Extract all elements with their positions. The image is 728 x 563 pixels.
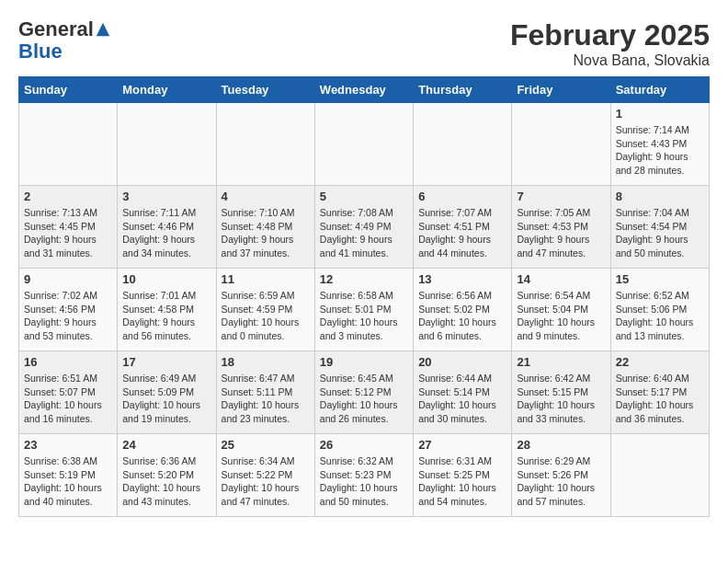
table-row: 2Sunrise: 7:13 AM Sunset: 4:45 PM Daylig… <box>19 186 118 269</box>
col-monday: Monday <box>118 77 216 103</box>
table-row: 28Sunrise: 6:29 AM Sunset: 5:26 PM Dayli… <box>512 434 610 517</box>
table-row: 23Sunrise: 6:38 AM Sunset: 5:19 PM Dayli… <box>19 434 118 517</box>
day-detail: Sunrise: 7:10 AM Sunset: 4:48 PM Dayligh… <box>222 206 310 260</box>
calendar-week-row: 1Sunrise: 7:14 AM Sunset: 4:43 PM Daylig… <box>19 103 710 186</box>
table-row: 16Sunrise: 6:51 AM Sunset: 5:07 PM Dayli… <box>19 351 118 434</box>
month-year-title: February 2025 <box>510 18 710 52</box>
day-number: 10 <box>122 272 210 286</box>
day-detail: Sunrise: 7:01 AM Sunset: 4:58 PM Dayligh… <box>122 289 210 343</box>
table-row: 14Sunrise: 6:54 AM Sunset: 5:04 PM Dayli… <box>512 269 610 351</box>
title-block: February 2025 Nova Bana, Slovakia <box>510 18 710 69</box>
table-row: 4Sunrise: 7:10 AM Sunset: 4:48 PM Daylig… <box>216 186 314 269</box>
calendar-week-row: 16Sunrise: 6:51 AM Sunset: 5:07 PM Dayli… <box>19 351 710 434</box>
col-saturday: Saturday <box>610 77 709 103</box>
day-detail: Sunrise: 6:51 AM Sunset: 5:07 PM Dayligh… <box>24 372 112 426</box>
day-detail: Sunrise: 6:32 AM Sunset: 5:23 PM Dayligh… <box>320 454 408 509</box>
logo-icon <box>95 21 111 38</box>
table-row <box>610 434 709 517</box>
day-number: 4 <box>222 190 310 203</box>
day-number: 22 <box>616 355 704 369</box>
table-row: 3Sunrise: 7:11 AM Sunset: 4:46 PM Daylig… <box>118 186 216 269</box>
table-row: 12Sunrise: 6:58 AM Sunset: 5:01 PM Dayli… <box>314 269 413 351</box>
table-row: 5Sunrise: 7:08 AM Sunset: 4:49 PM Daylig… <box>314 186 413 269</box>
day-detail: Sunrise: 6:49 AM Sunset: 5:09 PM Dayligh… <box>122 372 210 426</box>
day-detail: Sunrise: 6:29 AM Sunset: 5:26 PM Dayligh… <box>517 454 605 509</box>
day-detail: Sunrise: 7:04 AM Sunset: 4:54 PM Dayligh… <box>616 206 704 260</box>
table-row <box>216 103 314 186</box>
page-header: General Blue February 2025 Nova Bana, Sl… <box>18 18 710 69</box>
day-detail: Sunrise: 6:38 AM Sunset: 5:19 PM Dayligh… <box>24 454 112 509</box>
table-row: 18Sunrise: 6:47 AM Sunset: 5:11 PM Dayli… <box>216 351 314 434</box>
day-detail: Sunrise: 6:45 AM Sunset: 5:12 PM Dayligh… <box>320 372 408 426</box>
table-row: 1Sunrise: 7:14 AM Sunset: 4:43 PM Daylig… <box>610 103 709 186</box>
table-row <box>414 103 512 186</box>
day-detail: Sunrise: 7:13 AM Sunset: 4:45 PM Dayligh… <box>24 206 112 260</box>
table-row: 22Sunrise: 6:40 AM Sunset: 5:17 PM Dayli… <box>610 351 709 434</box>
table-row <box>314 103 413 186</box>
table-row: 10Sunrise: 7:01 AM Sunset: 4:58 PM Dayli… <box>118 269 216 351</box>
calendar-week-row: 2Sunrise: 7:13 AM Sunset: 4:45 PM Daylig… <box>19 186 710 269</box>
day-detail: Sunrise: 6:52 AM Sunset: 5:06 PM Dayligh… <box>616 289 704 343</box>
day-number: 26 <box>320 438 408 452</box>
day-detail: Sunrise: 6:58 AM Sunset: 5:01 PM Dayligh… <box>320 289 408 343</box>
day-detail: Sunrise: 6:59 AM Sunset: 4:59 PM Dayligh… <box>222 289 310 343</box>
table-row: 8Sunrise: 7:04 AM Sunset: 4:54 PM Daylig… <box>610 186 709 269</box>
location-subtitle: Nova Bana, Slovakia <box>510 52 710 69</box>
day-detail: Sunrise: 7:14 AM Sunset: 4:43 PM Dayligh… <box>616 123 704 178</box>
calendar-week-row: 23Sunrise: 6:38 AM Sunset: 5:19 PM Dayli… <box>19 434 710 517</box>
day-detail: Sunrise: 7:11 AM Sunset: 4:46 PM Dayligh… <box>122 206 210 260</box>
table-row: 21Sunrise: 6:42 AM Sunset: 5:15 PM Dayli… <box>512 351 610 434</box>
calendar-header-row: Sunday Monday Tuesday Wednesday Thursday… <box>19 77 710 103</box>
table-row: 20Sunrise: 6:44 AM Sunset: 5:14 PM Dayli… <box>414 351 512 434</box>
table-row: 17Sunrise: 6:49 AM Sunset: 5:09 PM Dayli… <box>118 351 216 434</box>
day-detail: Sunrise: 6:42 AM Sunset: 5:15 PM Dayligh… <box>517 372 605 426</box>
day-detail: Sunrise: 7:07 AM Sunset: 4:51 PM Dayligh… <box>418 206 506 260</box>
svg-marker-0 <box>97 23 109 36</box>
col-tuesday: Tuesday <box>216 77 314 103</box>
col-thursday: Thursday <box>414 77 512 103</box>
day-number: 8 <box>616 190 704 203</box>
day-number: 25 <box>222 438 310 452</box>
day-number: 27 <box>418 438 506 452</box>
table-row: 7Sunrise: 7:05 AM Sunset: 4:53 PM Daylig… <box>512 186 610 269</box>
day-number: 28 <box>517 438 605 452</box>
day-number: 7 <box>517 190 605 203</box>
logo-blue-text: Blue <box>18 40 111 63</box>
day-detail: Sunrise: 6:31 AM Sunset: 5:25 PM Dayligh… <box>418 454 506 509</box>
day-detail: Sunrise: 6:40 AM Sunset: 5:17 PM Dayligh… <box>616 372 704 426</box>
day-number: 3 <box>122 190 210 203</box>
table-row: 24Sunrise: 6:36 AM Sunset: 5:20 PM Dayli… <box>118 434 216 517</box>
day-number: 13 <box>418 272 506 286</box>
day-number: 6 <box>418 190 506 203</box>
table-row: 19Sunrise: 6:45 AM Sunset: 5:12 PM Dayli… <box>314 351 413 434</box>
table-row: 13Sunrise: 6:56 AM Sunset: 5:02 PM Dayli… <box>414 269 512 351</box>
day-number: 20 <box>418 355 506 369</box>
day-detail: Sunrise: 6:34 AM Sunset: 5:22 PM Dayligh… <box>222 454 310 509</box>
day-detail: Sunrise: 6:56 AM Sunset: 5:02 PM Dayligh… <box>418 289 506 343</box>
col-wednesday: Wednesday <box>314 77 413 103</box>
day-number: 2 <box>24 190 112 203</box>
day-number: 12 <box>320 272 408 286</box>
day-number: 21 <box>517 355 605 369</box>
day-number: 23 <box>24 438 112 452</box>
day-number: 14 <box>517 272 605 286</box>
table-row <box>118 103 216 186</box>
day-detail: Sunrise: 6:36 AM Sunset: 5:20 PM Dayligh… <box>122 454 210 509</box>
day-number: 15 <box>616 272 704 286</box>
table-row: 27Sunrise: 6:31 AM Sunset: 5:25 PM Dayli… <box>414 434 512 517</box>
calendar-week-row: 9Sunrise: 7:02 AM Sunset: 4:56 PM Daylig… <box>19 269 710 351</box>
logo: General Blue <box>18 18 111 63</box>
day-number: 1 <box>616 107 704 121</box>
table-row: 26Sunrise: 6:32 AM Sunset: 5:23 PM Dayli… <box>314 434 413 517</box>
table-row <box>512 103 610 186</box>
day-detail: Sunrise: 6:54 AM Sunset: 5:04 PM Dayligh… <box>517 289 605 343</box>
col-sunday: Sunday <box>19 77 118 103</box>
day-number: 11 <box>222 272 310 286</box>
day-number: 19 <box>320 355 408 369</box>
day-detail: Sunrise: 7:05 AM Sunset: 4:53 PM Dayligh… <box>517 206 605 260</box>
col-friday: Friday <box>512 77 610 103</box>
day-number: 5 <box>320 190 408 203</box>
day-number: 18 <box>222 355 310 369</box>
day-number: 24 <box>122 438 210 452</box>
logo-general-text: General <box>18 18 94 40</box>
